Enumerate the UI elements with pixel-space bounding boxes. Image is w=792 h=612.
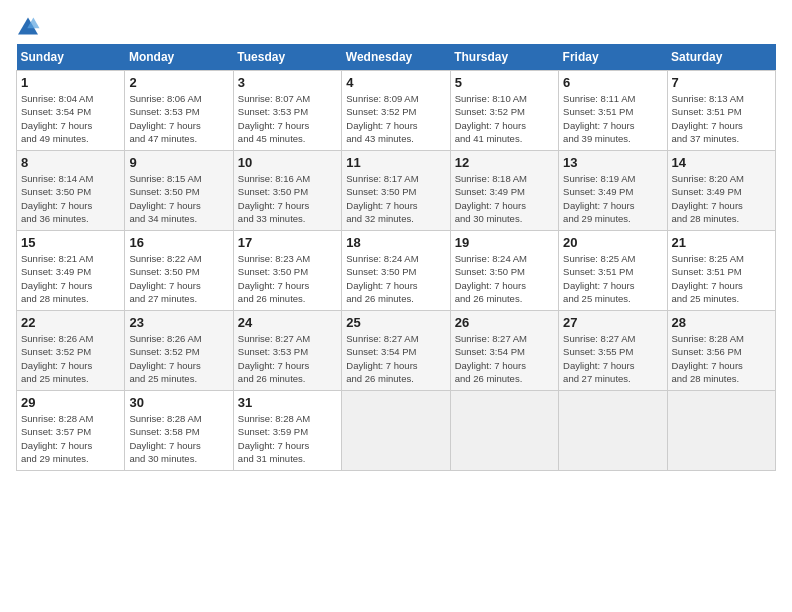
- day-number: 9: [129, 155, 228, 170]
- calendar-day-cell: 23Sunrise: 8:26 AM Sunset: 3:52 PM Dayli…: [125, 311, 233, 391]
- day-info-text: Sunrise: 8:10 AM Sunset: 3:52 PM Dayligh…: [455, 92, 554, 145]
- calendar-day-cell: 6Sunrise: 8:11 AM Sunset: 3:51 PM Daylig…: [559, 71, 667, 151]
- day-number: 20: [563, 235, 662, 250]
- calendar-day-cell: 14Sunrise: 8:20 AM Sunset: 3:49 PM Dayli…: [667, 151, 775, 231]
- day-info-text: Sunrise: 8:28 AM Sunset: 3:58 PM Dayligh…: [129, 412, 228, 465]
- calendar-day-cell: 7Sunrise: 8:13 AM Sunset: 3:51 PM Daylig…: [667, 71, 775, 151]
- day-header-sunday: Sunday: [17, 44, 125, 71]
- day-number: 29: [21, 395, 120, 410]
- logo: [16, 16, 44, 36]
- calendar-day-cell: 19Sunrise: 8:24 AM Sunset: 3:50 PM Dayli…: [450, 231, 558, 311]
- day-number: 5: [455, 75, 554, 90]
- day-number: 25: [346, 315, 445, 330]
- calendar-week-row: 29Sunrise: 8:28 AM Sunset: 3:57 PM Dayli…: [17, 391, 776, 471]
- calendar-day-cell: 30Sunrise: 8:28 AM Sunset: 3:58 PM Dayli…: [125, 391, 233, 471]
- calendar-day-cell: 27Sunrise: 8:27 AM Sunset: 3:55 PM Dayli…: [559, 311, 667, 391]
- day-info-text: Sunrise: 8:18 AM Sunset: 3:49 PM Dayligh…: [455, 172, 554, 225]
- calendar-day-cell: [559, 391, 667, 471]
- calendar-table: SundayMondayTuesdayWednesdayThursdayFrid…: [16, 44, 776, 471]
- day-header-tuesday: Tuesday: [233, 44, 341, 71]
- day-number: 28: [672, 315, 771, 330]
- calendar-day-cell: 8Sunrise: 8:14 AM Sunset: 3:50 PM Daylig…: [17, 151, 125, 231]
- day-info-text: Sunrise: 8:09 AM Sunset: 3:52 PM Dayligh…: [346, 92, 445, 145]
- calendar-day-cell: 2Sunrise: 8:06 AM Sunset: 3:53 PM Daylig…: [125, 71, 233, 151]
- calendar-week-row: 8Sunrise: 8:14 AM Sunset: 3:50 PM Daylig…: [17, 151, 776, 231]
- day-info-text: Sunrise: 8:14 AM Sunset: 3:50 PM Dayligh…: [21, 172, 120, 225]
- day-info-text: Sunrise: 8:11 AM Sunset: 3:51 PM Dayligh…: [563, 92, 662, 145]
- day-info-text: Sunrise: 8:28 AM Sunset: 3:57 PM Dayligh…: [21, 412, 120, 465]
- day-number: 15: [21, 235, 120, 250]
- calendar-day-cell: 1Sunrise: 8:04 AM Sunset: 3:54 PM Daylig…: [17, 71, 125, 151]
- day-info-text: Sunrise: 8:06 AM Sunset: 3:53 PM Dayligh…: [129, 92, 228, 145]
- calendar-day-cell: 5Sunrise: 8:10 AM Sunset: 3:52 PM Daylig…: [450, 71, 558, 151]
- day-number: 13: [563, 155, 662, 170]
- day-number: 17: [238, 235, 337, 250]
- day-number: 19: [455, 235, 554, 250]
- day-info-text: Sunrise: 8:17 AM Sunset: 3:50 PM Dayligh…: [346, 172, 445, 225]
- calendar-day-cell: 17Sunrise: 8:23 AM Sunset: 3:50 PM Dayli…: [233, 231, 341, 311]
- calendar-day-cell: 3Sunrise: 8:07 AM Sunset: 3:53 PM Daylig…: [233, 71, 341, 151]
- calendar-day-cell: 16Sunrise: 8:22 AM Sunset: 3:50 PM Dayli…: [125, 231, 233, 311]
- day-number: 4: [346, 75, 445, 90]
- day-header-thursday: Thursday: [450, 44, 558, 71]
- calendar-week-row: 15Sunrise: 8:21 AM Sunset: 3:49 PM Dayli…: [17, 231, 776, 311]
- day-info-text: Sunrise: 8:27 AM Sunset: 3:54 PM Dayligh…: [346, 332, 445, 385]
- calendar-day-cell: 25Sunrise: 8:27 AM Sunset: 3:54 PM Dayli…: [342, 311, 450, 391]
- day-number: 24: [238, 315, 337, 330]
- day-info-text: Sunrise: 8:16 AM Sunset: 3:50 PM Dayligh…: [238, 172, 337, 225]
- day-number: 18: [346, 235, 445, 250]
- calendar-day-cell: 9Sunrise: 8:15 AM Sunset: 3:50 PM Daylig…: [125, 151, 233, 231]
- day-info-text: Sunrise: 8:21 AM Sunset: 3:49 PM Dayligh…: [21, 252, 120, 305]
- calendar-day-cell: 22Sunrise: 8:26 AM Sunset: 3:52 PM Dayli…: [17, 311, 125, 391]
- day-number: 6: [563, 75, 662, 90]
- day-info-text: Sunrise: 8:24 AM Sunset: 3:50 PM Dayligh…: [346, 252, 445, 305]
- day-number: 7: [672, 75, 771, 90]
- day-info-text: Sunrise: 8:28 AM Sunset: 3:56 PM Dayligh…: [672, 332, 771, 385]
- day-number: 1: [21, 75, 120, 90]
- day-number: 21: [672, 235, 771, 250]
- day-number: 12: [455, 155, 554, 170]
- calendar-day-cell: 21Sunrise: 8:25 AM Sunset: 3:51 PM Dayli…: [667, 231, 775, 311]
- calendar-day-cell: 11Sunrise: 8:17 AM Sunset: 3:50 PM Dayli…: [342, 151, 450, 231]
- calendar-day-cell: 29Sunrise: 8:28 AM Sunset: 3:57 PM Dayli…: [17, 391, 125, 471]
- day-header-wednesday: Wednesday: [342, 44, 450, 71]
- calendar-day-cell: 4Sunrise: 8:09 AM Sunset: 3:52 PM Daylig…: [342, 71, 450, 151]
- day-info-text: Sunrise: 8:25 AM Sunset: 3:51 PM Dayligh…: [563, 252, 662, 305]
- calendar-day-cell: 20Sunrise: 8:25 AM Sunset: 3:51 PM Dayli…: [559, 231, 667, 311]
- calendar-week-row: 22Sunrise: 8:26 AM Sunset: 3:52 PM Dayli…: [17, 311, 776, 391]
- day-number: 26: [455, 315, 554, 330]
- day-info-text: Sunrise: 8:15 AM Sunset: 3:50 PM Dayligh…: [129, 172, 228, 225]
- calendar-day-cell: 15Sunrise: 8:21 AM Sunset: 3:49 PM Dayli…: [17, 231, 125, 311]
- day-info-text: Sunrise: 8:27 AM Sunset: 3:53 PM Dayligh…: [238, 332, 337, 385]
- day-info-text: Sunrise: 8:20 AM Sunset: 3:49 PM Dayligh…: [672, 172, 771, 225]
- day-number: 22: [21, 315, 120, 330]
- calendar-day-cell: [342, 391, 450, 471]
- day-info-text: Sunrise: 8:26 AM Sunset: 3:52 PM Dayligh…: [129, 332, 228, 385]
- day-number: 3: [238, 75, 337, 90]
- day-info-text: Sunrise: 8:25 AM Sunset: 3:51 PM Dayligh…: [672, 252, 771, 305]
- day-info-text: Sunrise: 8:07 AM Sunset: 3:53 PM Dayligh…: [238, 92, 337, 145]
- day-info-text: Sunrise: 8:27 AM Sunset: 3:54 PM Dayligh…: [455, 332, 554, 385]
- day-number: 10: [238, 155, 337, 170]
- day-info-text: Sunrise: 8:13 AM Sunset: 3:51 PM Dayligh…: [672, 92, 771, 145]
- day-number: 27: [563, 315, 662, 330]
- day-info-text: Sunrise: 8:24 AM Sunset: 3:50 PM Dayligh…: [455, 252, 554, 305]
- day-info-text: Sunrise: 8:23 AM Sunset: 3:50 PM Dayligh…: [238, 252, 337, 305]
- day-header-monday: Monday: [125, 44, 233, 71]
- day-info-text: Sunrise: 8:19 AM Sunset: 3:49 PM Dayligh…: [563, 172, 662, 225]
- day-info-text: Sunrise: 8:22 AM Sunset: 3:50 PM Dayligh…: [129, 252, 228, 305]
- day-info-text: Sunrise: 8:04 AM Sunset: 3:54 PM Dayligh…: [21, 92, 120, 145]
- day-number: 8: [21, 155, 120, 170]
- calendar-day-cell: 12Sunrise: 8:18 AM Sunset: 3:49 PM Dayli…: [450, 151, 558, 231]
- day-number: 31: [238, 395, 337, 410]
- day-info-text: Sunrise: 8:28 AM Sunset: 3:59 PM Dayligh…: [238, 412, 337, 465]
- calendar-day-cell: 18Sunrise: 8:24 AM Sunset: 3:50 PM Dayli…: [342, 231, 450, 311]
- logo-icon: [16, 16, 40, 36]
- page-header: [16, 16, 776, 36]
- day-number: 23: [129, 315, 228, 330]
- calendar-day-cell: [450, 391, 558, 471]
- day-info-text: Sunrise: 8:26 AM Sunset: 3:52 PM Dayligh…: [21, 332, 120, 385]
- calendar-day-cell: [667, 391, 775, 471]
- calendar-week-row: 1Sunrise: 8:04 AM Sunset: 3:54 PM Daylig…: [17, 71, 776, 151]
- calendar-day-cell: 10Sunrise: 8:16 AM Sunset: 3:50 PM Dayli…: [233, 151, 341, 231]
